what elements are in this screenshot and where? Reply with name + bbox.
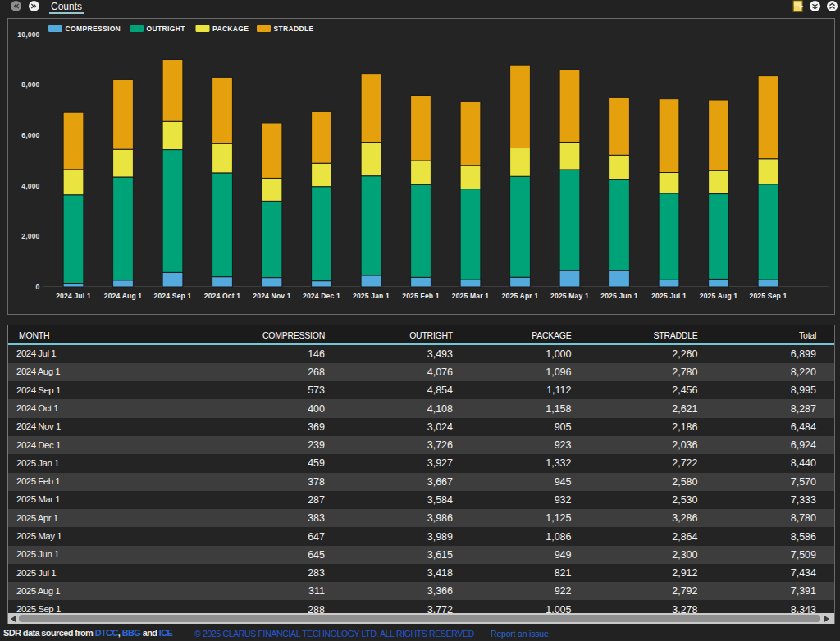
svg-text:0: 0: [36, 283, 40, 291]
svg-text:PACKAGE: PACKAGE: [212, 25, 249, 33]
svg-text:2025 Aug 1: 2025 Aug 1: [700, 292, 738, 300]
svg-text:2025 Mar 1: 2025 Mar 1: [452, 292, 490, 300]
svg-text:2025 May 1: 2025 May 1: [550, 292, 589, 300]
svg-text:2024 Jul 1: 2024 Jul 1: [56, 292, 91, 300]
svg-text:2,000: 2,000: [21, 232, 39, 240]
svg-text:2024 Oct 1: 2024 Oct 1: [204, 292, 241, 300]
svg-text:2025 Apr 1: 2025 Apr 1: [502, 292, 539, 300]
svg-text:2024 Sep 1: 2024 Sep 1: [154, 292, 192, 300]
svg-text:2024 Dec 1: 2024 Dec 1: [303, 292, 340, 300]
svg-text:2025 Jun 1: 2025 Jun 1: [600, 292, 638, 300]
svg-text:STRADDLE: STRADDLE: [274, 25, 314, 33]
svg-text:6,000: 6,000: [21, 131, 39, 139]
svg-text:2024 Aug 1: 2024 Aug 1: [104, 292, 143, 300]
svg-text:2025 Sep 1: 2025 Sep 1: [750, 292, 788, 300]
svg-text:8,000: 8,000: [21, 80, 39, 89]
svg-text:2025 Jul 1: 2025 Jul 1: [651, 292, 687, 300]
svg-text:2025 Jan 1: 2025 Jan 1: [353, 292, 390, 300]
svg-text:COMPRESSION: COMPRESSION: [66, 25, 121, 33]
svg-text:2024 Nov 1: 2024 Nov 1: [253, 292, 290, 300]
svg-text:OUTRIGHT: OUTRIGHT: [147, 25, 186, 33]
svg-text:2025 Feb 1: 2025 Feb 1: [402, 292, 440, 300]
svg-text:4,000: 4,000: [21, 182, 39, 190]
svg-text:10,000: 10,000: [17, 30, 39, 39]
